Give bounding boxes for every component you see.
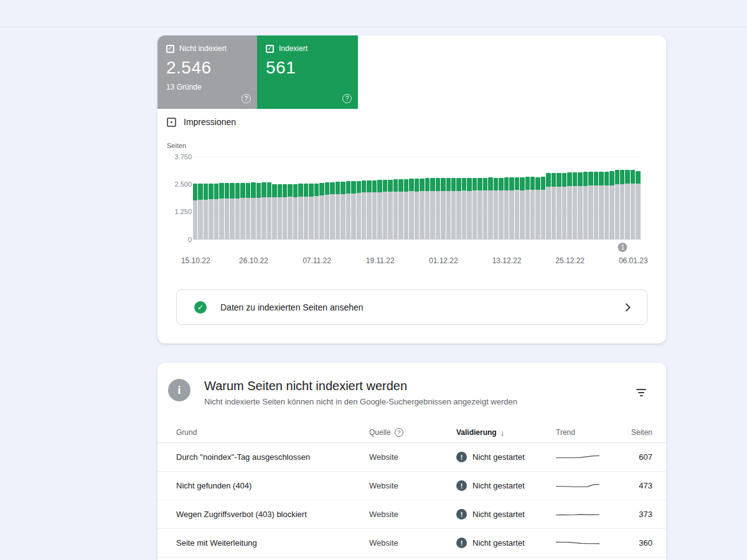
- help-icon[interactable]: ?: [242, 94, 251, 103]
- bar: [535, 177, 540, 240]
- bar: [446, 178, 451, 240]
- cell-grund: Wegen Zugriffsverbot (403) blockiert: [176, 510, 369, 519]
- bar: [494, 178, 498, 240]
- bar: [462, 178, 466, 240]
- table-subtitle: Nicht indexierte Seiten können nicht in …: [204, 397, 517, 406]
- bar: [567, 172, 571, 240]
- column-seiten[interactable]: Seiten: [627, 428, 652, 437]
- bar: [483, 178, 487, 240]
- indexing-chart-plot[interactable]: 1: [193, 157, 641, 240]
- bar: [225, 183, 229, 240]
- bar: [256, 183, 261, 240]
- table-row[interactable]: Wegen Zugriffsverbot (403) blockiertWebs…: [157, 500, 666, 529]
- sparkline-icon: [556, 538, 599, 549]
- bar: [230, 183, 234, 240]
- bar: [441, 178, 445, 240]
- bar: [515, 177, 519, 240]
- bar: [298, 184, 303, 240]
- reasons-table: Grund Quelle ? Validierung ↓ Trend Seite…: [157, 422, 666, 558]
- summary-chips: ✓ Nicht indexiert 2.546 13 Gründe ? ✓ In…: [157, 35, 358, 109]
- checkbox-unchecked-icon[interactable]: [167, 118, 176, 127]
- bar: [588, 172, 593, 240]
- bar: [625, 170, 629, 240]
- bar: [499, 178, 503, 240]
- cell-validierung: !Nicht gestartet: [456, 452, 556, 462]
- bar: [325, 182, 329, 240]
- table-row[interactable]: Nicht gefunden (404)Website!Nicht gestar…: [157, 472, 666, 500]
- cell-seiten: 607: [627, 452, 652, 462]
- cell-seiten: 360: [627, 538, 652, 548]
- exclamation-icon: !: [456, 480, 467, 491]
- annotation-badge[interactable]: 1: [618, 243, 627, 252]
- bar: [604, 172, 609, 240]
- bar: [420, 179, 424, 240]
- bar: [415, 179, 419, 240]
- validation-status: Nicht gestartet: [472, 538, 525, 548]
- not-indexed-chip[interactable]: ✓ Nicht indexiert 2.546 13 Gründe ?: [157, 35, 257, 109]
- table-title: Warum Seiten nicht indexiert werden: [204, 379, 517, 393]
- bar: [367, 180, 371, 240]
- top-divider: [0, 27, 747, 27]
- table-body: Durch "noindex"-Tag ausgeschlossenWebsit…: [157, 443, 666, 558]
- checkbox-checked-icon[interactable]: ✓: [166, 45, 174, 53]
- help-icon[interactable]: ?: [342, 94, 352, 103]
- bar: [288, 184, 292, 240]
- bar: [456, 178, 461, 240]
- cell-seiten: 373: [627, 510, 652, 519]
- column-trend[interactable]: Trend: [556, 428, 627, 437]
- column-validierung[interactable]: Validierung ↓: [456, 428, 556, 437]
- indexed-chip[interactable]: ✓ Indexiert 561 ?: [257, 35, 358, 109]
- bar: [631, 170, 635, 240]
- bar: [267, 182, 271, 240]
- bar: [546, 173, 550, 240]
- bar: [319, 183, 324, 240]
- y-tick-0: 0: [167, 236, 192, 243]
- column-quelle[interactable]: Quelle ?: [369, 428, 456, 437]
- exclamation-icon: !: [456, 509, 467, 520]
- table-row[interactable]: Seite mit WeiterleitungWebsite!Nicht ges…: [157, 529, 666, 558]
- bar: [362, 180, 366, 240]
- bar: [398, 179, 403, 240]
- bar: [557, 173, 561, 240]
- view-indexed-data-row[interactable]: ✓ Daten zu indexierten Seiten ansehen: [176, 289, 647, 325]
- cell-trend-sparkline: [556, 538, 627, 549]
- bar: [198, 184, 202, 240]
- help-icon[interactable]: ?: [395, 428, 403, 437]
- bar: [336, 182, 340, 240]
- checkbox-checked-icon[interactable]: ✓: [266, 45, 274, 53]
- bar: [309, 184, 313, 240]
- cell-trend-sparkline: [556, 509, 627, 520]
- sparkline-icon: [556, 480, 599, 492]
- cell-quelle: Website: [369, 452, 456, 462]
- bar: [346, 181, 350, 240]
- bar: [477, 178, 482, 240]
- filter-icon[interactable]: [634, 385, 649, 400]
- indexed-value: 561: [266, 58, 349, 78]
- bar: [636, 171, 640, 240]
- bar: [304, 184, 308, 240]
- x-tick-label: 01.12.22: [429, 256, 458, 265]
- bar: [272, 184, 276, 240]
- bar: [278, 184, 282, 240]
- not-indexed-reasons: 13 Gründe: [166, 83, 248, 91]
- impressions-toggle[interactable]: Impressionen: [167, 117, 236, 127]
- bar: [436, 178, 440, 240]
- sort-descending-icon: ↓: [500, 428, 505, 437]
- cell-validierung: !Nicht gestartet: [456, 480, 556, 491]
- bar: [409, 179, 413, 240]
- bar: [504, 177, 509, 240]
- cell-trend-sparkline: [556, 452, 627, 463]
- cell-validierung: !Nicht gestartet: [456, 509, 556, 520]
- bar: [193, 184, 197, 240]
- index-coverage-card: ✓ Nicht indexiert 2.546 13 Gründe ? ✓ In…: [157, 35, 666, 343]
- bar: [219, 183, 223, 240]
- column-grund[interactable]: Grund: [176, 428, 369, 437]
- x-tick-label: 19.11.22: [366, 256, 395, 265]
- info-icon: i: [168, 379, 190, 401]
- bar: [235, 183, 240, 240]
- bar: [341, 182, 345, 240]
- bar: [520, 177, 524, 240]
- bar: [430, 178, 435, 240]
- bar: [404, 179, 408, 240]
- table-row[interactable]: Durch "noindex"-Tag ausgeschlossenWebsit…: [157, 443, 666, 472]
